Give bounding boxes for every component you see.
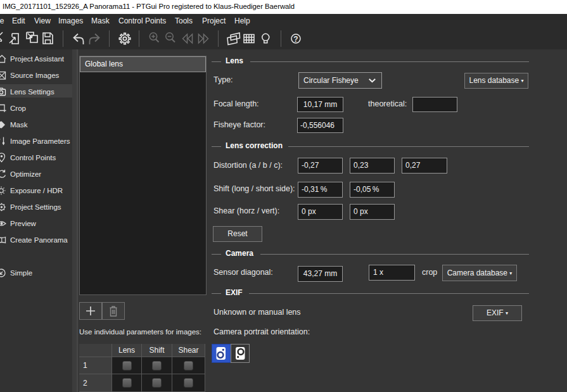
svg-text:?: ? bbox=[293, 35, 298, 44]
